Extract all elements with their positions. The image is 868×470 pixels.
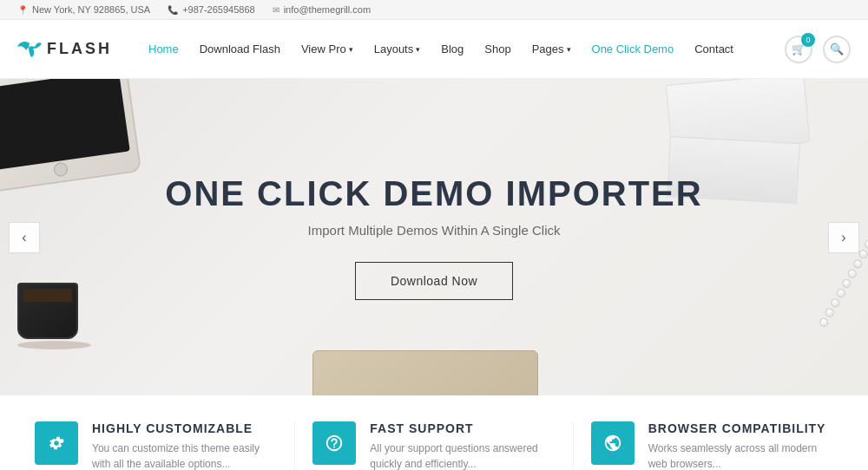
slider-next-button[interactable]: › <box>828 222 859 253</box>
feature-customizable: HIGHLY CUSTOMIZABLE You can customize th… <box>17 421 295 470</box>
nav-home[interactable]: Home <box>138 20 189 79</box>
feature-customizable-desc: You can customize this theme easily with… <box>92 441 277 470</box>
feature-customizable-text: HIGHLY CUSTOMIZABLE You can customize th… <box>92 421 277 470</box>
site-header: FLASH Home Download Flash View Pro ▾ Lay… <box>0 20 868 79</box>
phone-icon: 📞 <box>168 5 178 15</box>
hero-coffee-decoration <box>17 283 104 369</box>
feature-support-text: FAST SUPPORT All your support questions … <box>370 421 555 470</box>
slider-prev-button[interactable]: ‹ <box>9 222 40 253</box>
location-icon: 📍 <box>17 5 28 15</box>
hero-laptop-decoration <box>312 350 556 395</box>
feature-browser-desc: Works seamlessly across all modern web b… <box>648 441 833 470</box>
features-section: HIGHLY CUSTOMIZABLE You can customize th… <box>0 395 868 470</box>
browser-icon <box>603 434 622 453</box>
hero-tablet-decoration <box>0 79 148 196</box>
phone-text: +987-265945868 <box>182 4 255 15</box>
nav-contact[interactable]: Contact <box>684 20 744 79</box>
header-actions: 🛒 0 🔍 <box>785 36 851 63</box>
logo-text: FLASH <box>47 40 112 58</box>
feature-customizable-title: HIGHLY CUSTOMIZABLE <box>92 421 277 435</box>
feature-browser: BROWSER COMPATIBILITY Works seamlessly a… <box>574 421 851 470</box>
cart-button[interactable]: 🛒 0 <box>785 36 812 63</box>
download-now-button[interactable]: Download Now <box>355 262 513 300</box>
feature-support-icon-box <box>312 421 356 465</box>
support-icon <box>325 434 344 453</box>
layouts-caret: ▾ <box>416 20 420 79</box>
hero-title: ONE CLICK DEMO IMPORTER <box>165 174 702 212</box>
view-pro-caret: ▾ <box>349 20 353 79</box>
nav-blog[interactable]: Blog <box>431 20 474 79</box>
search-icon: 🔍 <box>830 42 844 55</box>
hero-section: ‹ ONE CLICK DEMO IMPORTER Import Multipl… <box>0 79 868 395</box>
top-bar: 📍 New York, NY 928865, USA 📞 +987-265945… <box>0 0 868 20</box>
feature-support: FAST SUPPORT All your support questions … <box>295 421 573 470</box>
feature-browser-title: BROWSER COMPATIBILITY <box>648 421 833 435</box>
hero-content: ONE CLICK DEMO IMPORTER Import Multiple … <box>148 157 720 317</box>
nav-one-click-demo[interactable]: One Click Demo <box>582 20 685 79</box>
email-info: ✉ info@themegrill.com <box>273 4 371 15</box>
phone-info: 📞 +987-265945868 <box>168 4 255 15</box>
nav-download-flash[interactable]: Download Flash <box>189 20 291 79</box>
logo-link[interactable]: FLASH <box>17 40 112 59</box>
nav-view-pro[interactable]: View Pro ▾ <box>291 20 364 79</box>
feature-browser-text: BROWSER COMPATIBILITY Works seamlessly a… <box>648 421 833 470</box>
logo-bird-icon <box>17 40 42 59</box>
feature-support-desc: All your support questions answered quic… <box>370 441 555 470</box>
location-text: New York, NY 928865, USA <box>32 4 150 15</box>
pages-caret: ▾ <box>567 20 571 79</box>
feature-browser-icon-box <box>591 421 635 465</box>
cart-badge: 0 <box>801 33 815 47</box>
nav-layouts[interactable]: Layouts ▾ <box>364 20 431 79</box>
email-icon: ✉ <box>273 5 279 15</box>
gear-icon <box>47 434 66 453</box>
hero-subtitle: Import Multiple Demos Within A Single Cl… <box>165 223 702 238</box>
feature-support-title: FAST SUPPORT <box>370 421 555 435</box>
main-nav: Home Download Flash View Pro ▾ Layouts ▾… <box>138 20 785 79</box>
feature-customizable-icon-box <box>35 421 78 465</box>
nav-shop[interactable]: Shop <box>474 20 521 79</box>
email-text: info@themegrill.com <box>284 4 371 15</box>
prev-arrow-icon: ‹ <box>22 230 26 245</box>
search-button[interactable]: 🔍 <box>823 36 851 63</box>
location-info: 📍 New York, NY 928865, USA <box>17 4 150 15</box>
next-arrow-icon: › <box>841 230 845 245</box>
nav-pages[interactable]: Pages ▾ <box>522 20 582 79</box>
